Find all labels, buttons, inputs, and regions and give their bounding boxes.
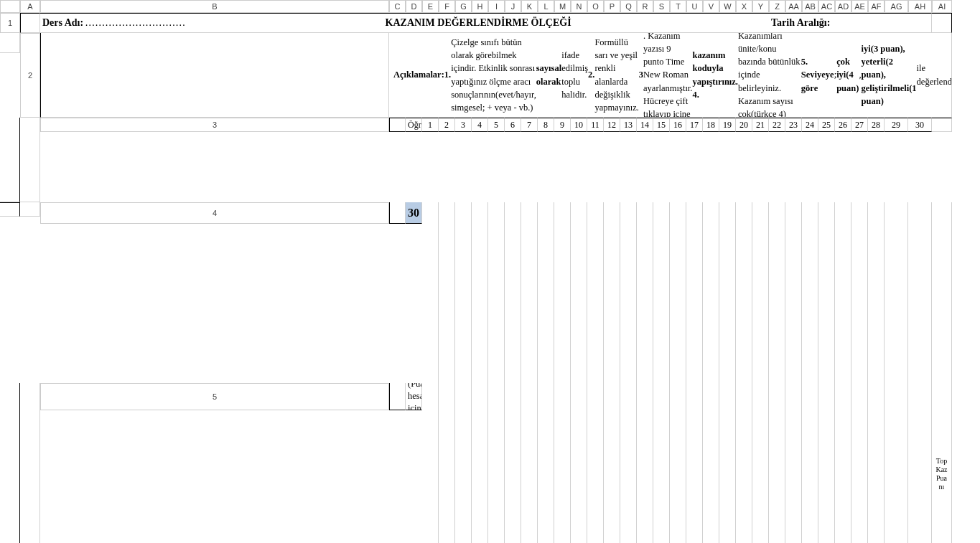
student-number[interactable]: 20 <box>736 118 752 132</box>
column-header[interactable]: U <box>686 0 703 13</box>
student-name[interactable]: Öğrenci Adı S. <box>670 202 686 543</box>
cell[interactable] <box>0 202 20 217</box>
column-header[interactable]: B <box>40 0 389 13</box>
student-name[interactable]: Öğrenci Adı S. <box>521 202 538 543</box>
student-name[interactable]: Öğrenci Adı S. <box>885 202 908 543</box>
student-name[interactable]: Öğrenci Adı S. <box>703 202 719 543</box>
cell[interactable] <box>0 33 20 53</box>
student-number[interactable]: 28 <box>868 118 885 132</box>
column-header[interactable]: X <box>736 0 752 13</box>
column-header[interactable]: L <box>538 0 554 13</box>
student-number[interactable]: 5 <box>488 118 505 132</box>
student-number[interactable]: 8 <box>538 118 554 132</box>
kazanim-count-label[interactable]: Kazanımlar (Puan Ort. hesaplanabilmesi i… <box>406 383 422 410</box>
column-header[interactable]: P <box>604 0 620 13</box>
cell[interactable] <box>389 383 406 410</box>
student-number[interactable]: 13 <box>620 118 637 132</box>
student-name[interactable]: nazlıhan eslem <box>472 202 488 543</box>
cell[interactable] <box>40 33 389 118</box>
student-name[interactable]: taha kılınç <box>455 202 472 543</box>
student-count-label[interactable]: Öğrenci S.(alttaki MAVİ alana mutlaka ya… <box>406 118 422 132</box>
cell[interactable] <box>20 13 40 33</box>
student-name[interactable]: Öğrenci Adı S. <box>653 202 670 543</box>
cell[interactable] <box>389 202 406 224</box>
title-cell[interactable]: Ders Adı:…………………………KAZANIM DEĞERLENDİRME… <box>40 13 932 33</box>
student-name[interactable]: Öğrenci Adı S. <box>752 202 769 543</box>
column-header[interactable]: E <box>422 0 439 13</box>
student-number[interactable]: 1 <box>422 118 439 132</box>
cell[interactable] <box>20 383 40 543</box>
student-number[interactable]: 10 <box>571 118 587 132</box>
column-header[interactable]: AA <box>785 0 802 13</box>
column-header[interactable]: Q <box>620 0 637 13</box>
student-name[interactable]: Öğrenci Adı S. <box>851 202 868 543</box>
student-number[interactable]: 23 <box>785 118 802 132</box>
column-header[interactable]: AB <box>802 0 818 13</box>
column-header[interactable]: J <box>505 0 521 13</box>
column-header[interactable]: F <box>439 0 455 13</box>
student-name[interactable]: Öğrenci Adı S. <box>554 202 571 543</box>
student-name[interactable]: Öğrenci Adı S. <box>719 202 736 543</box>
student-name[interactable]: Öğrenci Adı S. <box>587 202 604 543</box>
student-number[interactable]: 6 <box>505 118 521 132</box>
cell[interactable] <box>20 118 40 202</box>
column-header[interactable]: S <box>653 0 670 13</box>
student-name[interactable]: Öğrenci Adı S. <box>818 202 835 543</box>
column-header[interactable]: A <box>20 0 40 13</box>
student-name[interactable]: Öğrenci Adı S. <box>868 202 885 543</box>
student-number[interactable]: 27 <box>851 118 868 132</box>
student-number[interactable]: 30 <box>908 118 932 132</box>
student-name[interactable]: elmas kılınç <box>439 202 455 543</box>
column-header[interactable]: C <box>389 0 406 13</box>
student-name[interactable]: Öğrenci Adı S. <box>620 202 637 543</box>
student-number[interactable]: 18 <box>703 118 719 132</box>
student-name[interactable]: Öğrenci Adı S. <box>686 202 703 543</box>
row-header[interactable]: 5 <box>40 383 389 410</box>
select-all-corner[interactable] <box>0 0 20 13</box>
column-header[interactable]: K <box>521 0 538 13</box>
cell[interactable] <box>0 118 20 202</box>
student-name[interactable]: Öğrenci Adı S. <box>637 202 653 543</box>
student-number[interactable]: 21 <box>752 118 769 132</box>
student-number[interactable]: 15 <box>653 118 670 132</box>
student-count-input[interactable]: 30 <box>406 202 422 224</box>
student-number[interactable]: 16 <box>670 118 686 132</box>
spreadsheet-grid[interactable]: ABCDEFGHIJKLMNOPQRSTUVWXYZAAABACADAEAFAG… <box>0 0 980 543</box>
student-name[interactable]: Öğrenci Adı S. <box>538 202 554 543</box>
row-header[interactable]: 2 <box>20 33 40 118</box>
cell[interactable] <box>932 13 952 33</box>
column-header[interactable]: Y <box>752 0 769 13</box>
student-name[interactable]: Öğrenci Adı S. <box>505 202 521 543</box>
column-header[interactable]: AH <box>908 0 932 13</box>
student-name[interactable]: Öğrenci Adı S. <box>488 202 505 543</box>
student-number[interactable]: 2 <box>439 118 455 132</box>
student-number[interactable]: 12 <box>604 118 620 132</box>
student-number[interactable]: 3 <box>455 118 472 132</box>
student-number[interactable]: 25 <box>818 118 835 132</box>
column-header[interactable]: M <box>554 0 571 13</box>
row-header[interactable]: 1 <box>0 13 20 33</box>
column-header[interactable]: N <box>571 0 587 13</box>
column-header[interactable]: Z <box>769 0 785 13</box>
student-number[interactable]: 19 <box>719 118 736 132</box>
student-name[interactable]: Öğrenci Adı S. <box>769 202 785 543</box>
student-number[interactable]: 9 <box>554 118 571 132</box>
student-name[interactable]: Öğrenci Adı S. <box>785 202 802 543</box>
column-header[interactable]: AG <box>885 0 908 13</box>
row-header[interactable]: 3 <box>40 118 389 132</box>
student-name[interactable]: Öğrenci Adı S. <box>908 202 932 543</box>
column-header[interactable]: G <box>455 0 472 13</box>
student-name[interactable]: Öğrenci Adı S. <box>802 202 818 543</box>
student-name[interactable]: Öğrenci Adı S. <box>604 202 620 543</box>
cell[interactable] <box>932 118 952 132</box>
column-header[interactable]: O <box>587 0 604 13</box>
explanation-text[interactable]: Açıklamalar:1. Çizelge sınıfı bütün olar… <box>389 33 952 118</box>
student-name[interactable]: Öğrenci Adı S. <box>736 202 752 543</box>
student-name[interactable]: haluk kılınç <box>422 202 439 543</box>
student-number[interactable]: 26 <box>835 118 851 132</box>
student-number[interactable]: 14 <box>637 118 653 132</box>
column-header[interactable]: AE <box>851 0 868 13</box>
column-header[interactable]: V <box>703 0 719 13</box>
column-header[interactable]: AF <box>868 0 885 13</box>
column-header[interactable]: H <box>472 0 488 13</box>
